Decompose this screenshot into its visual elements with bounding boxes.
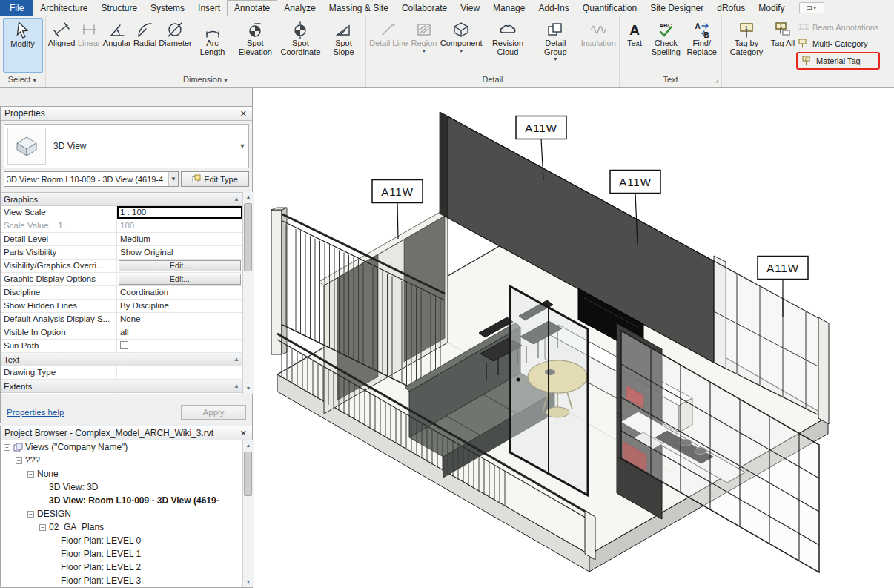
property-value[interactable]: Coordination bbox=[117, 286, 242, 299]
property-section-header[interactable]: Extents▲ bbox=[1, 380, 242, 393]
tree-item-3d-view-3d[interactable]: 3D View: 3D bbox=[1, 480, 242, 494]
property-value[interactable]: Show Original bbox=[117, 246, 242, 259]
scroll-up-icon[interactable]: ▲ bbox=[243, 192, 254, 202]
property-section-header[interactable]: Graphics▲ bbox=[1, 193, 242, 206]
scrollbar-thumb[interactable] bbox=[244, 203, 252, 271]
property-value[interactable]: Edit... bbox=[117, 273, 242, 285]
button-aligned[interactable]: Aligned bbox=[47, 18, 76, 73]
ribbon-display-toggle[interactable]: ▾ bbox=[799, 2, 824, 13]
properties-help-link[interactable]: Properties help bbox=[7, 408, 64, 417]
tab-modify[interactable]: Modify bbox=[752, 0, 791, 16]
panel-label-dimension[interactable]: Dimension▼ bbox=[46, 73, 365, 87]
property-value[interactable]: None bbox=[117, 313, 242, 326]
edit-button[interactable]: Edit... bbox=[119, 260, 241, 271]
edit-button[interactable]: Edit... bbox=[119, 274, 241, 285]
close-icon[interactable]: ✕ bbox=[239, 109, 248, 119]
tree-expander-icon[interactable]: − bbox=[16, 457, 22, 464]
button-text[interactable]: AText bbox=[621, 18, 648, 73]
tree-expander-icon[interactable]: − bbox=[4, 444, 10, 451]
tree-item-design[interactable]: −DESIGN bbox=[1, 507, 242, 521]
tab-add-ins[interactable]: Add-Ins bbox=[532, 0, 575, 16]
button-revision-cloud[interactable]: Revision Cloud bbox=[485, 18, 531, 73]
property-value[interactable]: Medium bbox=[117, 233, 242, 245]
button-detail-group[interactable]: Detail Group▼ bbox=[532, 18, 578, 73]
property-value[interactable] bbox=[117, 340, 242, 352]
tab-analyze[interactable]: Analyze bbox=[277, 0, 322, 16]
close-icon[interactable]: ✕ bbox=[239, 429, 248, 438]
tab-systems[interactable]: Systems bbox=[144, 0, 191, 16]
button-multi-category[interactable]: Multi- Category bbox=[796, 36, 880, 51]
property-value[interactable]: 1 : 100 bbox=[117, 206, 242, 219]
property-value[interactable]: Edit... bbox=[117, 260, 242, 272]
button-material-tag[interactable]: Material Tag bbox=[800, 53, 876, 68]
type-selector[interactable]: 3D View ▼ bbox=[4, 124, 249, 168]
tree-item-none[interactable]: −None bbox=[1, 467, 242, 480]
property-value[interactable]: ✓ bbox=[117, 393, 242, 394]
scroll-up-icon[interactable]: ▲ bbox=[243, 440, 254, 451]
tab-architecture[interactable]: Architecture bbox=[33, 0, 94, 16]
tab-view[interactable]: View bbox=[454, 0, 486, 16]
3d-view-canvas[interactable]: A11WA11WA11WA11W bbox=[254, 88, 894, 588]
panel-label-select[interactable]: Select▼ bbox=[0, 73, 45, 87]
tree-item-floor-plan-level-0[interactable]: Floor Plan: LEVEL 0 bbox=[1, 534, 242, 547]
button-find-replace[interactable]: ABFind/ Replace bbox=[684, 18, 721, 73]
project-browser-title-bar[interactable]: Project Browser - Complex_Model_ARCH_Wik… bbox=[1, 426, 252, 440]
tab-manage[interactable]: Manage bbox=[486, 0, 532, 16]
property-section-header[interactable]: Text▲ bbox=[1, 353, 242, 366]
tab-massing-site[interactable]: Massing & Site bbox=[322, 0, 395, 16]
tree-item-3d-view-room-l10-009-3d-view-4619[interactable]: 3D View: Room L10-009 - 3D View (4619- bbox=[1, 494, 242, 507]
button-radial[interactable]: Radial bbox=[131, 18, 158, 73]
button-diameter[interactable]: Diameter bbox=[158, 18, 192, 73]
tree-expander-icon[interactable]: − bbox=[27, 511, 34, 518]
property-value[interactable] bbox=[117, 366, 242, 379]
panel-label-detail[interactable]: Detail bbox=[366, 73, 619, 87]
tree-item-floor-plan-level-1[interactable]: Floor Plan: LEVEL 1 bbox=[1, 547, 242, 561]
properties-title-bar[interactable]: Properties ✕ bbox=[1, 107, 252, 121]
properties-scrollbar[interactable]: ▲ ▼ bbox=[242, 192, 254, 394]
modify-button[interactable]: Modify bbox=[3, 18, 43, 73]
tree-item-item[interactable]: −??? bbox=[1, 454, 242, 467]
tab-insert[interactable]: Insert bbox=[191, 0, 227, 16]
panel-label-text[interactable]: Text bbox=[620, 73, 721, 87]
tree-expander-icon[interactable]: − bbox=[39, 524, 46, 531]
checkbox[interactable] bbox=[120, 341, 128, 349]
button-spot-coordinate[interactable]: Spot Coordinate bbox=[278, 18, 323, 73]
button-label: Tag by Category bbox=[724, 39, 769, 56]
tree-item-floor-plan-level-2[interactable]: Floor Plan: LEVEL 2 bbox=[1, 561, 242, 574]
drawing-area[interactable]: A11WA11WA11WA11W bbox=[254, 88, 894, 588]
tab-annotate[interactable]: Annotate bbox=[227, 0, 277, 16]
button-spot-slope[interactable]: Spot Slope bbox=[323, 18, 364, 73]
tree-item-02-ga-plans[interactable]: −02_GA_Plans bbox=[1, 521, 242, 534]
tab-file[interactable]: File bbox=[0, 0, 33, 16]
scroll-down-icon[interactable]: ▼ bbox=[243, 577, 254, 587]
tree-expander-icon[interactable]: − bbox=[27, 471, 34, 478]
button-tag-by-category[interactable]: 1Tag by Category bbox=[724, 18, 769, 73]
property-value[interactable]: By Discipline bbox=[117, 300, 242, 312]
button-tag-all[interactable]: 1Tag All bbox=[769, 18, 796, 73]
button-angular[interactable]: Angular bbox=[102, 18, 131, 73]
property-value[interactable]: all bbox=[117, 326, 242, 339]
edit-type-button[interactable]: Edit Type bbox=[181, 171, 249, 187]
button-insulation[interactable]: Insulation bbox=[580, 18, 617, 73]
button-detail-line[interactable]: Detail Line bbox=[368, 18, 408, 73]
scroll-down-icon[interactable]: ▼ bbox=[243, 383, 254, 394]
property-value[interactable]: 100 bbox=[117, 219, 242, 232]
tab-drofus[interactable]: dRofus bbox=[710, 0, 752, 16]
tab-site-designer[interactable]: Site Designer bbox=[643, 0, 710, 16]
tree-item-views-company-name[interactable]: −Views ("Company Name") bbox=[1, 440, 242, 454]
button-component[interactable]: Component▼ bbox=[440, 18, 483, 73]
browser-scrollbar[interactable]: ▲ ▼ bbox=[242, 440, 254, 587]
tab-quantification[interactable]: Quantification bbox=[576, 0, 643, 16]
button-linear[interactable]: Linear bbox=[76, 18, 102, 73]
instance-selector[interactable]: 3D View: Room L10-009 - 3D View (4619-4 … bbox=[4, 171, 179, 187]
tab-collaborate[interactable]: Collaborate bbox=[395, 0, 454, 16]
scrollbar-thumb[interactable] bbox=[244, 452, 252, 496]
button-spot-elevation[interactable]: Spot Elevation bbox=[233, 18, 278, 73]
button-arc-length[interactable]: Arc Length bbox=[192, 18, 232, 73]
tab-structure[interactable]: Structure bbox=[94, 0, 144, 16]
tree-item-floor-plan-level-3[interactable]: Floor Plan: LEVEL 3 bbox=[1, 574, 242, 587]
button-region[interactable]: Region▼ bbox=[411, 18, 438, 73]
button-check-spelling[interactable]: ABCCheck Spelling bbox=[648, 18, 684, 73]
button-beam-annotations[interactable]: Beam Annotations bbox=[796, 20, 880, 35]
apply-button[interactable]: Apply bbox=[181, 405, 246, 420]
